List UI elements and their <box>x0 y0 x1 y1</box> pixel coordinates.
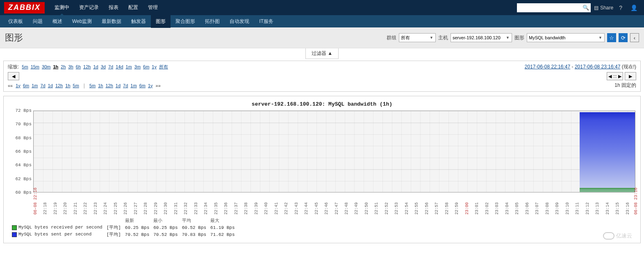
legend-agg: [平均] <box>107 231 125 238</box>
xtick-2227: 22:27 <box>134 194 138 215</box>
app-logo: ZABBIX <box>4 2 45 14</box>
subnav-triggers[interactable]: 触发器 <box>126 15 151 28</box>
xtick-2254: 22:54 <box>405 194 409 215</box>
graph-label: 图形 <box>514 34 524 41</box>
subnav-graphs[interactable]: 图形 <box>151 15 171 28</box>
legend-hdr-max: 最大 <box>210 217 239 224</box>
plot-area[interactable] <box>33 111 635 192</box>
favorite-button[interactable]: ☆ <box>607 33 616 42</box>
subnav-itservices[interactable]: IT服务 <box>254 15 278 28</box>
range-from[interactable]: 2017-06-08 22:16:47 <box>525 64 570 70</box>
shift-right-12h[interactable]: 12h <box>104 83 114 88</box>
zoom-所有[interactable]: 所有 <box>158 64 169 69</box>
shift-right-1h[interactable]: 1h <box>97 83 104 88</box>
shift-right-5m[interactable]: 5m <box>88 83 97 88</box>
xtick-2220: 22:20 <box>63 194 68 215</box>
legend-hdr-min: 最小 <box>153 217 182 224</box>
topnav-monitoring[interactable]: 监测中 <box>50 0 74 15</box>
search-icon[interactable]: 🔍 <box>583 5 589 11</box>
group-select[interactable]: 所有 <box>399 33 436 42</box>
xtick-2308: 23:08 <box>545 194 550 215</box>
topnav-admin[interactable]: 管理 <box>143 0 163 15</box>
shift-left-12h[interactable]: 12h <box>54 83 64 88</box>
subnav-maps[interactable]: 拓扑图 <box>200 15 225 28</box>
xtick-2247: 22:47 <box>335 194 339 215</box>
shift-right-1d[interactable]: 1d <box>114 83 122 88</box>
topnav-config[interactable]: 配置 <box>123 0 143 15</box>
shift-sep: | <box>82 83 86 88</box>
fixed-indicator: 1h 固定的 <box>614 82 636 89</box>
range-to[interactable]: 2017-06-08 23:16:47 <box>575 64 620 70</box>
subnav-overview[interactable]: 概述 <box>48 15 67 28</box>
zoom-5m[interactable]: 5m <box>20 64 29 69</box>
topnav-inventory[interactable]: 资产记录 <box>74 0 104 15</box>
global-search[interactable]: 🔍 <box>517 3 591 12</box>
share-button[interactable]: ▤ Share <box>594 5 613 11</box>
shift-left-1d[interactable]: 1d <box>47 83 54 88</box>
shift-left-1y[interactable]: 1y <box>14 83 22 88</box>
zoom-1m[interactable]: 1m <box>125 64 133 69</box>
xtick-2242: 22:42 <box>284 194 289 215</box>
zoom-30m[interactable]: 30m <box>41 64 52 69</box>
xtick-2248: 22:48 <box>344 194 349 215</box>
shift-left-7d[interactable]: 7d <box>39 83 46 88</box>
zoom-12h[interactable]: 12h <box>82 64 92 69</box>
refresh-button[interactable]: ⟳ <box>619 33 628 42</box>
shift-left-1h[interactable]: 1h <box>64 83 71 88</box>
xtick-2223: 22:23 <box>93 194 98 215</box>
time-prev-button[interactable]: ◀ <box>8 72 19 80</box>
zoom-15m[interactable]: 15m <box>30 64 41 69</box>
subnav-screens[interactable]: 聚合图形 <box>171 15 200 28</box>
filter-toggle[interactable]: 过滤器 ▲ <box>305 48 339 59</box>
shift-right-7d[interactable]: 7d <box>122 83 129 88</box>
shift-left-6m[interactable]: 6m <box>22 83 30 88</box>
xtick-2229: 22:29 <box>154 194 158 215</box>
zoom-3d[interactable]: 3d <box>100 64 107 69</box>
shift-left-1m[interactable]: 1m <box>30 83 39 88</box>
shift-right-post[interactable]: »» <box>156 83 161 88</box>
zoom-3m[interactable]: 3m <box>133 64 142 69</box>
graph-container: server-192.168.100.120: MySQL bandwidth … <box>3 96 641 243</box>
xtick-2244: 22:44 <box>304 194 309 215</box>
xtick-2257: 22:57 <box>435 194 439 215</box>
shift-right-1m[interactable]: 1m <box>129 83 138 88</box>
xtick-2222: 22:22 <box>83 194 88 215</box>
zoom-1y[interactable]: 1y <box>150 64 158 69</box>
zoom-1d[interactable]: 1d <box>92 64 99 69</box>
legend-swatch <box>12 225 17 230</box>
graph-select[interactable]: MySQL bandwidth <box>527 33 605 42</box>
time-scroll-button[interactable]: ◀ ::: ▶ <box>607 72 623 80</box>
legend-agg: [平均] <box>107 224 125 231</box>
zoom-2h[interactable]: 2h <box>59 64 67 69</box>
zoom-6h[interactable]: 6h <box>75 64 82 69</box>
shift-right-1y[interactable]: 1y <box>147 83 154 88</box>
zoom-6m[interactable]: 6m <box>142 64 150 69</box>
zoom-7d[interactable]: 7d <box>107 64 114 69</box>
shift-left-5m[interactable]: 5m <box>72 83 80 88</box>
user-icon[interactable]: 👤 <box>628 5 640 11</box>
shift-left-pre[interactable]: «« <box>8 83 13 88</box>
time-next-button[interactable]: ▶ <box>625 72 636 80</box>
xtick-2238: 22:38 <box>244 194 248 215</box>
subnav-problems[interactable]: 问题 <box>28 15 48 28</box>
now-link[interactable]: (现在!) <box>620 64 636 70</box>
fullscreen-button[interactable]: ‹ <box>630 33 639 42</box>
series-received-area <box>580 188 635 192</box>
search-input[interactable] <box>519 5 583 10</box>
help-icon[interactable]: ? <box>617 5 625 11</box>
ytick-64: 64 Bps <box>15 163 32 167</box>
legend-last: 60.25 Bps <box>125 224 153 231</box>
subnav-latest[interactable]: 最新数据 <box>97 15 126 28</box>
host-label: 主机 <box>438 34 448 41</box>
zoom-3h[interactable]: 3h <box>67 64 75 69</box>
zoom-1h[interactable]: 1h <box>52 64 59 69</box>
subnav-dashboard[interactable]: 仪表板 <box>3 15 28 28</box>
shift-right-6m[interactable]: 6m <box>138 83 147 88</box>
subnav-web[interactable]: Web监测 <box>67 15 97 28</box>
xtick-2231: 22:31 <box>174 194 178 215</box>
topnav-reports[interactable]: 报表 <box>104 0 123 15</box>
zoom-14d[interactable]: 14d <box>114 64 124 69</box>
host-select[interactable]: server-192.168.100.120 <box>451 33 512 42</box>
ytick-62: 62 Bps <box>15 177 32 181</box>
subnav-discovery[interactable]: 自动发现 <box>225 15 254 28</box>
